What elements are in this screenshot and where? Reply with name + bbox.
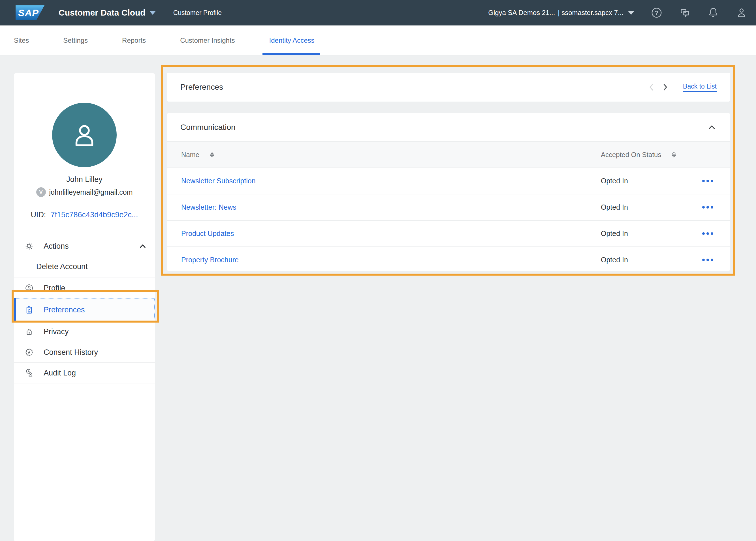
communication-header: Communication (167, 113, 730, 141)
site-name[interactable]: | ssomaster.sapcx 7... (558, 9, 623, 17)
notifications-bell-icon[interactable] (707, 7, 719, 19)
row-overflow-menu-button[interactable] (699, 203, 716, 211)
status-value: Opted In (601, 177, 628, 185)
shell-page-title: Customer Profile (173, 9, 222, 17)
row-overflow-menu-button[interactable] (699, 230, 716, 238)
back-to-list-link[interactable]: Back to List (683, 83, 717, 92)
preferences-panel-header: Preferences Back to List (167, 73, 730, 102)
shell-topbar: SAP Customer Data Cloud Customer Profile… (0, 0, 756, 25)
sort-ascending-icon[interactable] (208, 151, 216, 159)
verified-badge: V (36, 187, 46, 197)
user-email-row: V johnlilleyemail@gmail.com (14, 187, 155, 197)
sidebar-item-delete-account[interactable]: Delete Account (14, 256, 155, 277)
preference-link[interactable]: Property Brochure (181, 256, 239, 264)
audit-log-label: Audit Log (44, 369, 76, 377)
consent-history-label: Consent History (44, 348, 98, 357)
badge-star-icon (25, 348, 33, 356)
status-value: Opted In (601, 256, 628, 264)
menu-separator (14, 383, 155, 383)
sidebar-item-audit-log[interactable]: Audit Log (14, 363, 155, 383)
sidebar-item-consent-history[interactable]: Consent History (14, 342, 155, 362)
preferences-label: Preferences (44, 305, 85, 314)
column-header-status[interactable]: Accepted On Status (601, 151, 661, 159)
sidebar-item-privacy[interactable]: Privacy (14, 321, 155, 342)
sort-none-icon[interactable] (670, 151, 678, 159)
delete-account-label: Delete Account (36, 262, 88, 271)
profile-person-circle-icon (25, 284, 33, 292)
preferences-clipboard-icon (25, 305, 33, 314)
lock-icon (25, 327, 33, 336)
tab-identity-access[interactable]: Identity Access (269, 25, 315, 55)
preference-link[interactable]: Product Updates (181, 230, 234, 238)
preference-link[interactable]: Newsletter Subscription (181, 177, 256, 185)
person-icon (67, 118, 101, 152)
actions-label: Actions (44, 242, 69, 251)
sap-logo[interactable]: SAP (16, 5, 44, 20)
row-overflow-menu-button[interactable] (699, 256, 716, 264)
tab-sites[interactable]: Sites (14, 25, 29, 55)
table-header-row: Name Accepted On Status (167, 141, 730, 168)
actions-collapse-chevron-up-icon[interactable] (138, 242, 147, 251)
account-name[interactable]: Gigya SA Demos 21... (488, 9, 555, 17)
uid-label: UID: (31, 211, 46, 219)
status-value: Opted In (601, 203, 628, 211)
primary-tabbar: Sites Settings Reports Customer Insights… (0, 25, 756, 55)
communication-title: Communication (180, 123, 236, 132)
user-account-icon[interactable] (736, 7, 748, 19)
sidebar-item-profile[interactable]: Profile (14, 278, 155, 298)
user-name: John Lilley (14, 175, 155, 184)
table-row: Property Brochure Opted In (167, 247, 730, 271)
help-icon[interactable]: ? (651, 7, 663, 19)
feedback-chat-icon[interactable] (679, 7, 691, 19)
panel-title: Preferences (180, 83, 223, 92)
tab-settings[interactable]: Settings (63, 25, 88, 55)
tab-customer-insights[interactable]: Customer Insights (180, 25, 235, 55)
sidebar-menu: Actions Delete Account Profile (14, 237, 155, 383)
sidebar-item-actions[interactable]: Actions (14, 237, 155, 256)
svg-text:?: ? (655, 9, 658, 16)
column-header-name[interactable]: Name (181, 151, 199, 159)
uid-row: UID: 7f15c786c43d4b9c9e2c... (14, 211, 155, 219)
gear-icon (25, 242, 33, 251)
audit-log-person-clock-icon (25, 369, 33, 377)
next-record-chevron-icon[interactable] (660, 82, 670, 92)
table-row: Newsletter: News Opted In (167, 194, 730, 220)
status-value: Opted In (601, 230, 628, 238)
sap-logo-text: SAP (16, 7, 39, 18)
privacy-label: Privacy (44, 327, 69, 336)
preference-link[interactable]: Newsletter: News (181, 203, 236, 211)
table-row: Newsletter Subscription Opted In (167, 168, 730, 194)
previous-record-chevron-icon[interactable] (647, 82, 656, 92)
product-title: Customer Data Cloud (59, 8, 146, 18)
row-overflow-menu-button[interactable] (699, 177, 716, 185)
uid-value-link[interactable]: 7f15c786c43d4b9c9e2c... (50, 211, 138, 219)
communication-collapse-chevron-up-icon[interactable] (707, 123, 717, 132)
user-email: johnlilleyemail@gmail.com (49, 188, 133, 196)
product-dropdown-caret-icon[interactable] (150, 11, 156, 15)
profile-label: Profile (44, 284, 65, 292)
tab-reports[interactable]: Reports (122, 25, 146, 55)
communication-section: Communication Name Accepted On Status (167, 113, 730, 271)
avatar (52, 103, 117, 167)
table-row: Product Updates Opted In (167, 220, 730, 247)
customer-sidebar: John Lilley V johnlilleyemail@gmail.com … (14, 73, 155, 541)
sidebar-item-preferences[interactable]: Preferences (14, 298, 155, 321)
site-dropdown-caret-icon[interactable] (628, 11, 634, 15)
